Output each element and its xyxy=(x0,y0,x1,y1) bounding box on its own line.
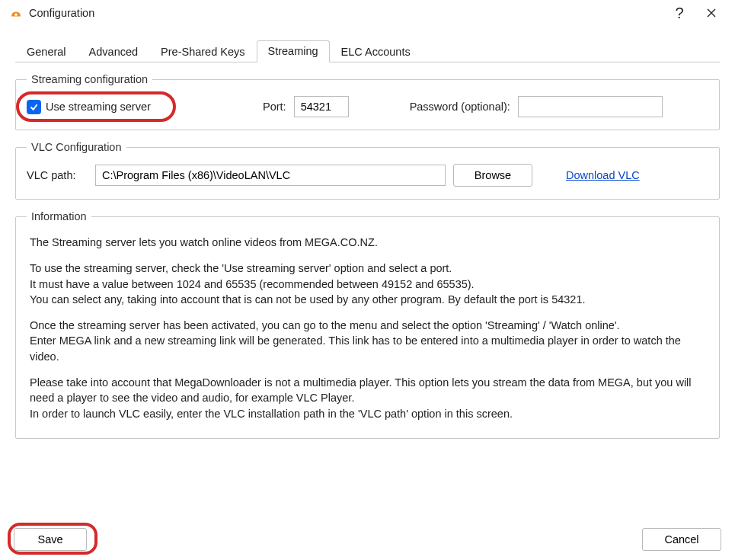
info-p2: To use the streaming server, check the '… xyxy=(30,261,705,307)
fieldset-streaming-config: Streaming configuration Use streaming se… xyxy=(15,73,720,130)
tab-pre-shared-keys[interactable]: Pre-Shared Keys xyxy=(149,41,256,62)
tab-general[interactable]: General xyxy=(15,41,78,62)
use-streaming-checkbox[interactable] xyxy=(27,100,41,114)
footer: Save Cancel xyxy=(0,528,735,551)
password-input[interactable] xyxy=(518,96,663,117)
use-streaming-label: Use streaming server xyxy=(46,101,151,113)
close-icon[interactable] xyxy=(695,2,727,24)
browse-button[interactable]: Browse xyxy=(453,164,532,187)
info-text: The Streaming server lets you watch onli… xyxy=(27,233,708,426)
info-p1: The Streaming server lets you watch onli… xyxy=(30,235,705,250)
legend-info: Information xyxy=(27,210,91,222)
vlc-path-label: VLC path: xyxy=(27,169,88,181)
cancel-button[interactable]: Cancel xyxy=(642,528,721,551)
port-label: Port: xyxy=(263,101,286,113)
tab-bar: General Advanced Pre-Shared Keys Streami… xyxy=(15,40,720,62)
info-p4: Please take into account that MegaDownlo… xyxy=(30,375,705,421)
svg-point-0 xyxy=(14,14,17,16)
tab-advanced[interactable]: Advanced xyxy=(78,41,150,62)
vlc-path-input[interactable] xyxy=(95,165,446,186)
fieldset-vlc-config: VLC Configuration VLC path: Browse Downl… xyxy=(15,141,720,200)
help-icon[interactable]: ? xyxy=(663,2,695,24)
password-label: Password (optional): xyxy=(410,101,510,113)
info-p3: Once the streaming server has been activ… xyxy=(30,318,705,364)
window-title: Configuration xyxy=(29,7,94,19)
legend-vlc: VLC Configuration xyxy=(27,141,126,153)
legend-streaming: Streaming configuration xyxy=(27,73,152,85)
fieldset-information: Information The Streaming server lets yo… xyxy=(15,210,720,439)
tab-elc-accounts[interactable]: ELC Accounts xyxy=(330,41,422,62)
port-input[interactable] xyxy=(294,96,349,117)
content-pane: General Advanced Pre-Shared Keys Streami… xyxy=(0,26,735,439)
tab-streaming[interactable]: Streaming xyxy=(257,40,330,62)
app-icon xyxy=(9,6,23,20)
save-button[interactable]: Save xyxy=(14,528,87,551)
titlebar: Configuration ? xyxy=(0,0,735,26)
download-vlc-link[interactable]: Download VLC xyxy=(566,169,640,181)
